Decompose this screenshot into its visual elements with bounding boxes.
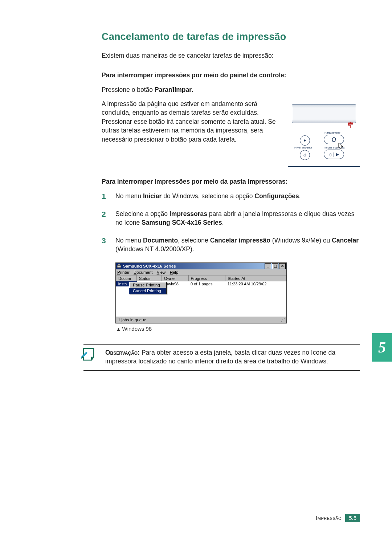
status-bar: 1 jobs in queue ⋰ [116,316,286,323]
text: Pressione o botão [102,86,155,93]
menu-printer[interactable]: Printer [117,270,130,274]
instruction-row: A impressão da página que estiver em and… [102,99,360,167]
svg-rect-6 [117,265,121,268]
col-started[interactable]: Started At [225,276,286,281]
printer-icon [117,264,122,269]
cursor-icon [338,143,344,151]
svg-rect-7 [118,264,120,265]
svg-marker-5 [339,143,343,149]
resize-grip-icon: ⋰ [281,317,284,322]
nivel-label: Nível superior [294,146,312,149]
queue-table: Docum Status Owner Progress Started At I… [116,276,286,316]
subheading-control-panel: Para interromper impressões por meio do … [102,71,360,80]
play-button [300,135,310,146]
window-title: Samsung SCX-4x16 Series [123,264,264,268]
footer-category: Impressão [316,515,342,521]
intro-text: Existem duas maneiras de se cancelar tar… [102,51,360,60]
note-icon [81,346,98,363]
maximize-button[interactable]: ▢ [272,263,278,269]
toner-icon [348,122,354,129]
step-number: 2 [102,209,106,219]
chapter-tab: 5 [372,333,392,362]
close-button[interactable]: ✕ [279,263,286,269]
svg-marker-4 [304,154,305,155]
button-name: Parar/limpar [155,86,192,93]
col-progress[interactable]: Progress [188,276,225,281]
minimize-button[interactable]: _ [265,263,271,269]
step-1: 1 No menu Iniciar do Windows, selecione … [102,192,360,201]
page-footer: Impressão 5.5 [102,514,360,522]
step-2: 2 Selecione a opção Impressoras para abr… [102,209,360,227]
text: . [192,86,193,93]
instruction-text: A impressão da página que estiver em and… [102,99,278,144]
press-instruction: Pressione o botão Parar/limpar. [102,86,360,94]
footer-page-number: 5.5 [345,514,360,522]
menu-help[interactable]: Help [170,270,179,274]
col-owner[interactable]: Owner [162,276,188,281]
step-number: 3 [102,235,106,246]
windows-printer-queue: Samsung SCX-4x16 Series _ ▢ ✕ Printer Do… [115,262,287,323]
page-title: Cancelamento de tarefas de impressão [102,31,360,42]
menu-bar: Printer Document View Help [116,269,286,276]
menu-cancel-printing[interactable]: Cancel Printing [129,288,166,294]
svg-marker-2 [332,137,336,142]
menu-document[interactable]: Document [134,270,152,274]
menu-pause-printing[interactable]: Pause Printing [129,282,166,288]
col-status[interactable]: Status [137,276,162,281]
document-dropdown: Pause Printing Cancel Printing [129,282,167,294]
col-document[interactable]: Docum [116,276,137,281]
note-block: Observação: Para obter acesso a esta jan… [83,344,360,371]
document-page: Cancelamento de tarefas de impressão Exi… [0,0,392,554]
table-header-row: Docum Status Owner Progress Started At [116,276,286,281]
note-text: Para obter acesso a esta janela, basta c… [105,349,335,365]
note-label: Observação: [105,349,140,356]
step-3: 3 No menu Documento, selecione Cancelar … [102,236,360,254]
subheading-printers-folder: Para interromper impressões por meio da … [102,178,360,186]
parar-label: Parar/limpar [324,131,340,134]
svg-marker-3 [304,139,306,142]
iniciar-button: ◇❙▶ [324,150,344,159]
menu-view[interactable]: View [157,270,166,274]
cell-progress: 0 of 1 pages [188,281,225,286]
return-button [300,150,310,160]
caption: Windows 98 [116,326,360,332]
steps-list: 1 No menu Iniciar do Windows, selecione … [102,192,360,254]
control-panel-diagram: Parar/limpar Nível superior Iniciar cópi… [288,96,360,167]
lcd-screen [292,104,356,123]
cell-started: 11:23:20 AM 10/29/02 [225,281,286,286]
status-text: 1 jobs in queue [118,318,146,322]
step-number: 1 [102,191,106,201]
window-titlebar: Samsung SCX-4x16 Series _ ▢ ✕ [116,263,286,269]
